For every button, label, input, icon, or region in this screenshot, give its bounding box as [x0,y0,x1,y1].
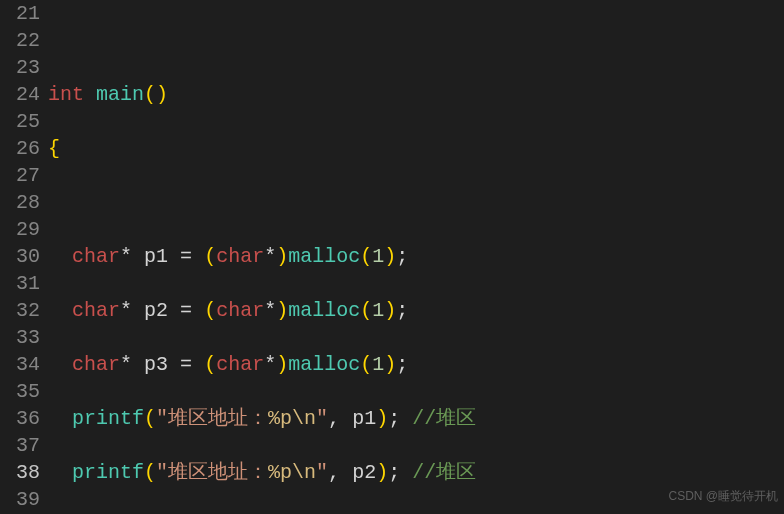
equals: = [180,353,192,376]
paren: ( [360,299,372,322]
line-number: 33 [0,324,40,351]
code-line: char* p1 = (char*)malloc(1); [48,243,784,270]
line-number: 28 [0,189,40,216]
line-number: 35 [0,378,40,405]
paren: ) [384,353,396,376]
line-number: 21 [0,0,40,27]
variable: p1 [352,407,376,430]
function-call: malloc [288,245,360,268]
star: * [264,353,276,376]
paren: () [144,83,168,106]
line-number: 22 [0,27,40,54]
comment: //堆区 [412,407,476,430]
function-call: printf [72,461,144,484]
star: * [120,353,132,376]
type-keyword: char [216,299,264,322]
paren: ( [204,353,216,376]
paren: ( [144,461,156,484]
function-call: malloc [288,353,360,376]
line-number: 27 [0,162,40,189]
line-number: 30 [0,243,40,270]
function-call: printf [72,407,144,430]
paren: ) [384,245,396,268]
string: " [316,407,328,430]
star: * [120,245,132,268]
string: " [316,461,328,484]
format-spec: %p [268,407,292,430]
number: 1 [372,353,384,376]
paren: ) [384,299,396,322]
comment: //堆区 [412,461,476,484]
paren: ) [376,407,388,430]
line-number: 39 [0,486,40,513]
paren: ) [276,299,288,322]
string: "堆区地址： [156,461,268,484]
code-line: printf("堆区地址：%p\n", p2); //堆区 [48,459,784,486]
star: * [120,299,132,322]
keyword: int [48,83,84,106]
variable: p3 [144,353,168,376]
type-keyword: char [72,299,120,322]
equals: = [180,245,192,268]
variable: p1 [144,245,168,268]
code-line: char* p2 = (char*)malloc(1); [48,297,784,324]
brace: { [48,137,60,160]
escape: \n [292,407,316,430]
type-keyword: char [216,353,264,376]
string: "堆区地址： [156,407,268,430]
paren: ( [360,245,372,268]
function-name: main [96,83,144,106]
semicolon: ; [396,353,408,376]
type-keyword: char [72,245,120,268]
watermark: CSDN @睡觉待开机 [668,483,778,510]
code-editor[interactable]: 21222324252627282930313233343536373839 i… [0,0,784,514]
paren: ( [144,407,156,430]
line-number: 38 [0,459,40,486]
paren: ( [204,245,216,268]
variable: p2 [352,461,376,484]
line-number: 26 [0,135,40,162]
code-line [48,27,784,54]
semicolon: ; [396,245,408,268]
variable: p2 [144,299,168,322]
type-keyword: char [72,353,120,376]
number: 1 [372,245,384,268]
paren: ) [276,245,288,268]
line-number: 29 [0,216,40,243]
paren: ) [376,461,388,484]
format-spec: %p [268,461,292,484]
paren: ) [276,353,288,376]
code-line [48,189,784,216]
line-number-gutter: 21222324252627282930313233343536373839 [0,0,48,514]
line-number: 24 [0,81,40,108]
star: * [264,245,276,268]
code-line: { [48,135,784,162]
line-number: 25 [0,108,40,135]
code-line: int main() [48,81,784,108]
code-area[interactable]: int main() { char* p1 = (char*)malloc(1)… [48,0,784,514]
function-call: malloc [288,299,360,322]
line-number: 34 [0,351,40,378]
paren: ( [204,299,216,322]
paren: ( [360,353,372,376]
line-number: 37 [0,432,40,459]
semicolon: ; [396,299,408,322]
line-number: 23 [0,54,40,81]
line-number: 32 [0,297,40,324]
escape: \n [292,461,316,484]
code-line: char* p3 = (char*)malloc(1); [48,351,784,378]
code-line: printf("堆区地址：%p\n", p1); //堆区 [48,405,784,432]
number: 1 [372,299,384,322]
star: * [264,299,276,322]
type-keyword: char [216,245,264,268]
equals: = [180,299,192,322]
line-number: 31 [0,270,40,297]
line-number: 36 [0,405,40,432]
